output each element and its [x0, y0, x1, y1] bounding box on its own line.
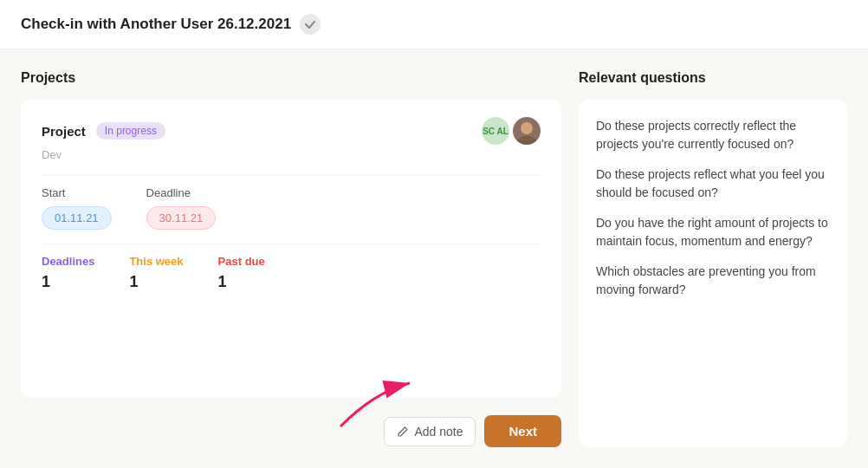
questions-card: Do these projects correctly reflect the …: [579, 100, 847, 447]
question-1: Do these projects correctly reflect the …: [596, 117, 830, 153]
avatar-user: [513, 117, 541, 145]
this-week-count: 1: [129, 273, 183, 291]
check-icon: [300, 14, 321, 35]
this-week-label: This week: [129, 255, 183, 268]
header: Check-in with Another User 26.12.2021: [0, 0, 868, 49]
pencil-icon: [397, 426, 409, 438]
project-name: Project: [42, 124, 86, 139]
past-due-label: Past due: [218, 255, 265, 268]
deadlines-col: Deadlines 1: [42, 255, 94, 291]
start-label: Start: [42, 186, 112, 199]
main-content: Projects Project In progress SC AL Dev S…: [0, 49, 868, 468]
left-panel: Projects Project In progress SC AL Dev S…: [21, 70, 561, 447]
divider-1: [42, 175, 541, 176]
deadlines-row: Deadlines 1 This week 1 Past due 1: [42, 255, 541, 291]
projects-section-title: Projects: [21, 70, 561, 86]
actions-row: Add note Next: [21, 408, 561, 447]
dates-row: Start 01.11.21 Deadline 30.11.21: [42, 186, 541, 230]
avatars: SC AL: [482, 117, 541, 145]
project-header: Project In progress SC AL: [42, 117, 541, 145]
avatar-sc-al: SC AL: [482, 117, 509, 145]
add-note-button[interactable]: Add note: [384, 417, 476, 446]
deadlines-label: Deadlines: [42, 255, 94, 268]
this-week-col: This week 1: [129, 255, 183, 291]
add-note-label: Add note: [414, 425, 463, 439]
past-due-count: 1: [218, 273, 265, 291]
next-button[interactable]: Next: [484, 415, 561, 447]
start-date-col: Start 01.11.21: [42, 186, 112, 230]
question-3: Do you have the right amount of projects…: [596, 214, 830, 250]
project-sub: Dev: [42, 148, 541, 161]
page-title: Check-in with Another User 26.12.2021: [21, 16, 291, 33]
status-badge: In progress: [96, 122, 165, 140]
relevant-questions-title: Relevant questions: [579, 70, 847, 86]
question-2: Do these projects reflect what you feel …: [596, 166, 830, 202]
deadlines-count: 1: [42, 273, 94, 291]
right-panel: Relevant questions Do these projects cor…: [579, 70, 847, 447]
project-card: Project In progress SC AL Dev Start 01.1…: [21, 100, 561, 398]
past-due-col: Past due 1: [218, 255, 265, 291]
divider-2: [42, 244, 541, 244]
deadline-date: 30.11.21: [146, 206, 217, 230]
question-4: Which obstacles are preventing you from …: [596, 263, 830, 299]
next-label: Next: [508, 424, 537, 439]
deadline-label: Deadline: [146, 186, 217, 199]
project-title-row: Project In progress: [42, 122, 165, 140]
start-date: 01.11.21: [42, 206, 112, 230]
deadline-date-col: Deadline 30.11.21: [146, 186, 217, 230]
